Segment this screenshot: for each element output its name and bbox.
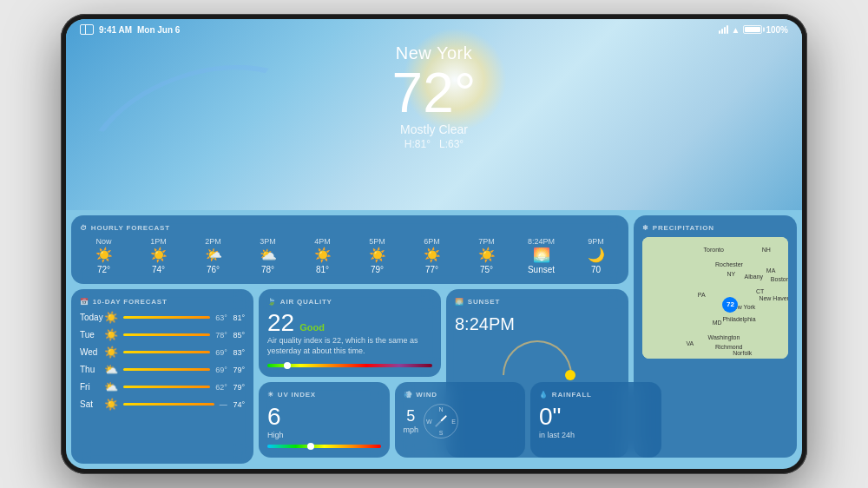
forecast-bar (123, 403, 214, 406)
hourly-time: 6PM (424, 237, 440, 246)
hourly-time: 4PM (314, 237, 331, 246)
low-temp: L:63° (439, 138, 464, 150)
forecast-temps: 63° 81° (215, 313, 245, 322)
map-city-label: MA (766, 267, 776, 274)
map-city-label: Washington (708, 334, 740, 340)
rainfall-value: 0" (539, 404, 653, 431)
hourly-icon: ☀️ (424, 248, 441, 262)
compass-n: N (438, 406, 443, 412)
hourly-icon: 🌤️ (205, 248, 222, 262)
hourly-time: 8:24PM (528, 237, 555, 246)
forecast-icon: ☀️ (104, 311, 118, 324)
hi-temp: 85° (233, 331, 245, 340)
forecast-row: Wed ☀️ 69° 83° (80, 346, 245, 359)
forecast-icon: ☀️ (104, 328, 118, 341)
hourly-icon: ☀️ (314, 248, 332, 262)
hourly-temp: 75° (480, 265, 493, 274)
map-city-label: New Haven (759, 295, 788, 301)
hourly-icon: ☀️ (478, 248, 496, 262)
hourly-icon: ☀️ (95, 248, 113, 262)
hourly-item: 4PM ☀️ 81° (299, 237, 346, 274)
hourly-time: 1PM (150, 237, 167, 246)
forecast-bar (123, 316, 210, 319)
compass-s: S (439, 430, 444, 436)
compass-w: W (426, 418, 432, 424)
forecast-temps: 69° 79° (215, 366, 245, 374)
hourly-item: Now ☀️ 72° (80, 237, 128, 274)
uv-label: High (267, 431, 381, 439)
hourly-time: 9PM (588, 237, 604, 246)
battery-percent: 100% (766, 25, 788, 35)
tenday-forecast-widget: 📅 10-DAY FORECAST Today ☀️ 63° 81° Tue ☀… (71, 289, 253, 464)
hourly-temp: 78° (261, 265, 274, 274)
forecast-icon: ☀️ (104, 398, 118, 411)
hourly-temp: 74° (152, 265, 165, 274)
wifi-icon: ▲ (732, 25, 740, 35)
rainfall-widget: 💧 RAINFALL 0" in last 24h (530, 382, 661, 458)
map-city-label: Philadelphia (722, 316, 755, 322)
status-bar: 9:41 AM Mon Jun 6 ▲ 100% (66, 19, 802, 40)
compass-arrow (435, 415, 447, 427)
aq-description: Air quality index is 22, which is the sa… (267, 336, 432, 356)
map-current-marker: 72 (722, 297, 738, 313)
hourly-item: 1PM ☀️ 74° (135, 237, 182, 274)
aq-bar (267, 364, 432, 367)
content-area: ⏱ HOURLY FORECAST Now ☀️ 72° 1PM ☀️ 74° … (66, 210, 802, 469)
uv-title: ☀ UV INDEX (267, 391, 381, 399)
city-name: New York (66, 43, 802, 63)
weather-condition: Mostly Clear (66, 122, 802, 136)
hourly-icon: ☀️ (150, 248, 168, 262)
lo-temp: — (220, 400, 227, 409)
uv-value: 6 (267, 404, 381, 431)
tenday-title: 📅 10-DAY FORECAST (80, 298, 245, 306)
lo-temp: 69° (215, 366, 227, 374)
hourly-time: Now (95, 237, 111, 246)
hourly-forecast-widget: ⏱ HOURLY FORECAST Now ☀️ 72° 1PM ☀️ 74° … (71, 215, 628, 284)
forecast-row: Tue ☀️ 78° 85° (80, 328, 245, 341)
forecast-day: Tue (80, 330, 104, 340)
uv-indicator (307, 443, 314, 450)
uv-index-widget: ☀ UV INDEX 6 High (259, 382, 390, 458)
hourly-item: 3PM ⛅ 78° (244, 237, 292, 274)
map-city-label: Norfolk (733, 350, 752, 356)
hourly-item: 9PM 🌙 70 (572, 237, 620, 274)
rainfall-label: in last 24h (539, 431, 653, 439)
hourly-time: 2PM (205, 237, 221, 246)
wind-title: 💨 WIND (404, 391, 517, 399)
high-temp: H:81° (404, 138, 431, 150)
map-city-label: MD (713, 320, 722, 326)
hi-temp: 81° (233, 313, 245, 322)
map-city-label: Boston (771, 276, 788, 282)
hourly-icon: ⛅ (260, 248, 277, 262)
hi-temp: 74° (233, 400, 245, 409)
aq-title: 🍃 AIR QUALITY (267, 298, 432, 306)
wind-compass: N S W E (424, 404, 458, 439)
compass-e: E (451, 418, 456, 424)
map-city-label: CT (756, 288, 764, 294)
hi-temp: 79° (233, 383, 245, 392)
sidebar-toggle-icon[interactable] (80, 24, 94, 35)
hourly-temp: 72° (97, 265, 110, 274)
hourly-item: 7PM ☀️ 75° (463, 237, 510, 274)
forecast-bar (123, 351, 210, 353)
map-city-label: NH (762, 247, 771, 253)
wind-unit: mph (404, 425, 419, 434)
battery-icon (743, 25, 762, 34)
map-city-label: NY (727, 271, 735, 277)
hourly-item: 6PM ☀️ 77° (408, 237, 456, 274)
wind-value: 5 (404, 408, 419, 425)
forecast-day: Sat (80, 399, 104, 409)
hi-temp: 83° (233, 348, 245, 357)
map-city-label: Toronto (704, 247, 724, 253)
hourly-temp: 76° (207, 265, 220, 274)
map-city-label: Albany (745, 274, 763, 280)
precipitation-map[interactable]: TorontoRochesterNHAlbanyMANYBostonCTPANe… (642, 237, 788, 359)
aq-label: Good (299, 322, 325, 333)
forecast-day: Today (80, 313, 104, 322)
hourly-scroll: Now ☀️ 72° 1PM ☀️ 74° 2PM 🌤️ 76° 3PM ⛅ 7… (80, 237, 620, 274)
hourly-item: 8:24PM 🌅 Sunset (517, 237, 565, 274)
forecast-icon: ⛅ (104, 363, 118, 376)
map-city-label: Richmond (715, 344, 743, 350)
forecast-day: Thu (80, 365, 104, 374)
forecast-temps: — 74° (220, 400, 245, 409)
